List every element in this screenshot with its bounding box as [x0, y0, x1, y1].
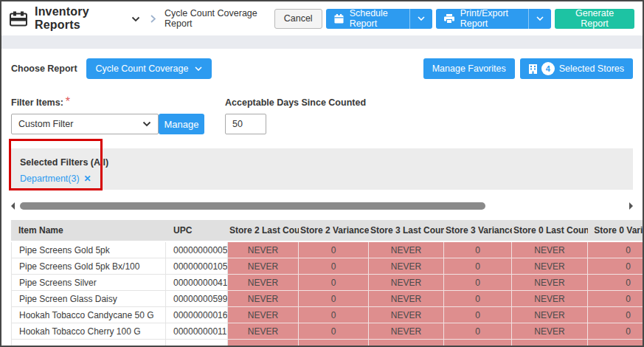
- upc-cell: 000000000051: [166, 242, 228, 258]
- upc-cell: 000000005999: [166, 291, 228, 307]
- store-value-cell: NEVER: [512, 307, 588, 323]
- store-value-cell: [228, 340, 299, 346]
- coverage-report-table: Item NameUPCStore 2 Last CountStore 2 Va…: [11, 220, 644, 346]
- filter-chip-label: Department(3): [20, 174, 80, 184]
- table-row: Pipe Screens Silver000000000415NEVER0NEV…: [11, 275, 644, 291]
- filter-select[interactable]: Custom Filter: [11, 114, 159, 134]
- topbar-actions: Cancel Schedule Report: [274, 9, 634, 29]
- calendar-icon: [334, 14, 344, 24]
- top-navbar: Inventory Reports Cycle Count Coverage R…: [1, 1, 643, 35]
- store-value-cell: 0: [444, 307, 512, 323]
- table-row: Pipe Screens Gold 5pk Bx/100000000001051…: [11, 258, 644, 275]
- store-value-cell: 0: [299, 323, 369, 340]
- report-type-dropdown[interactable]: Cycle Count Coverage: [86, 58, 212, 79]
- store-value-cell: 0: [444, 323, 512, 340]
- selected-stores-button[interactable]: 4 Selected Stores: [520, 58, 633, 79]
- manage-favorites-button[interactable]: Manage Favorites: [423, 58, 515, 79]
- filter-select-value: Custom Filter: [18, 119, 73, 129]
- chevron-right-icon: [150, 15, 156, 23]
- store-value-cell: NEVER: [228, 307, 299, 323]
- item-name-cell: Hookah Tobacco Cherry 100 G: [11, 323, 166, 340]
- table-row: Pipe Screens Gold 5pk000000000051NEVER0N…: [11, 242, 644, 258]
- scrollbar-thumb[interactable]: [20, 202, 485, 210]
- close-icon[interactable]: ✕: [84, 174, 91, 184]
- store-value-cell: 0: [588, 242, 644, 258]
- store-value-cell: 0: [444, 275, 512, 291]
- item-name-cell: Pipe Screens Gold 5pk: [11, 242, 166, 258]
- store-value-cell: [444, 340, 512, 346]
- store-value-cell: NEVER: [369, 291, 444, 307]
- store-value-cell: [588, 340, 644, 346]
- filter-items-label: Filter Items:: [11, 97, 63, 108]
- store-value-cell: NEVER: [369, 275, 444, 291]
- upc-cell: 000000000116: [166, 323, 228, 340]
- printer-icon: [444, 14, 454, 24]
- store-value-cell: NEVER: [228, 275, 299, 291]
- schedule-report-dropdown[interactable]: [409, 9, 432, 29]
- page-title: Inventory Reports: [35, 5, 125, 32]
- item-name-cell: Pipe Screen Glass Daisy: [11, 291, 166, 307]
- store-value-cell: 0: [588, 307, 644, 323]
- upc-cell: 000000001051: [166, 258, 228, 275]
- store-value-cell: NEVER: [512, 275, 588, 291]
- scroll-right-button[interactable]: [629, 202, 633, 210]
- store-value-cell: NEVER: [512, 323, 588, 340]
- chevron-down-icon: [195, 66, 202, 71]
- store-value-cell: 0: [588, 258, 644, 275]
- manage-filter-button[interactable]: Manage: [159, 114, 204, 134]
- required-marker: *: [66, 95, 70, 108]
- item-name-cell: [11, 340, 166, 346]
- store-value-cell: 0: [444, 242, 512, 258]
- table-row: Hookah Tobacco Candycane 50 G00000000016…: [11, 307, 644, 323]
- scrollbar-track[interactable]: [20, 201, 624, 211]
- schedule-report-label: Schedule Report: [350, 8, 409, 29]
- selected-filters-title: Selected Filters (All): [20, 157, 624, 168]
- store-value-cell: 0: [588, 323, 644, 340]
- column-header: Store 0 Last Count: [512, 220, 588, 242]
- store-value-cell: 0: [299, 258, 369, 275]
- report-bar: Choose Report Cycle Count Coverage Manag…: [11, 58, 633, 79]
- filter-chip-department[interactable]: Department(3) ✕: [20, 174, 91, 184]
- table-row: Hookah Tobacco Cherry 100 G000000000116N…: [11, 323, 644, 340]
- report-type-value: Cycle Count Coverage: [96, 63, 189, 74]
- app-window: Inventory Reports Cycle Count Coverage R…: [0, 0, 644, 347]
- column-header: Store 2 Variance: [299, 220, 369, 242]
- table-row-partial: [11, 340, 644, 346]
- background-strip: [1, 35, 643, 49]
- store-value-cell: 0: [299, 307, 369, 323]
- print-export-button[interactable]: Print/Export Report: [436, 9, 551, 29]
- scroll-left-button[interactable]: [11, 202, 15, 210]
- store-value-cell: [512, 340, 588, 346]
- upc-cell: 000000000162: [166, 307, 228, 323]
- column-header: Store 3 Variance: [444, 220, 512, 242]
- column-header: Item Name: [11, 220, 166, 242]
- horizontal-scrollbar[interactable]: [11, 199, 633, 213]
- choose-report-label: Choose Report: [11, 63, 77, 74]
- store-value-cell: 0: [299, 291, 369, 307]
- store-value-cell: NEVER: [369, 242, 444, 258]
- item-name-cell: Pipe Screens Gold 5pk Bx/100: [11, 258, 166, 275]
- selected-stores-count-badge: 4: [541, 62, 555, 75]
- chevron-down-icon: [536, 16, 544, 21]
- acceptable-days-label: Acceptable Days Since Counted: [225, 97, 366, 108]
- print-export-dropdown[interactable]: [528, 9, 551, 29]
- store-value-cell: NEVER: [369, 258, 444, 275]
- store-value-cell: 0: [588, 291, 644, 307]
- schedule-report-button[interactable]: Schedule Report: [326, 9, 432, 29]
- cancel-button[interactable]: Cancel: [274, 9, 322, 29]
- store-value-cell: [299, 340, 369, 346]
- store-value-cell: 0: [299, 275, 369, 291]
- table-header-row: Item NameUPCStore 2 Last CountStore 2 Va…: [11, 220, 644, 242]
- acceptable-days-input[interactable]: [225, 114, 266, 134]
- breadcrumb: Cycle Count Coverage Report: [165, 8, 274, 29]
- store-value-cell: 0: [444, 258, 512, 275]
- inventory-reports-menu[interactable]: Inventory Reports: [35, 5, 140, 32]
- inventory-reports-icon: [10, 11, 27, 27]
- store-value-cell: 0: [588, 275, 644, 291]
- generate-report-button[interactable]: Generate Report: [555, 9, 634, 29]
- item-name-cell: Hookah Tobacco Candycane 50 G: [11, 307, 166, 323]
- upc-cell: 000000000415: [166, 275, 228, 291]
- item-name-cell: Pipe Screens Silver: [11, 275, 166, 291]
- column-header: Store 3 Last Count: [369, 220, 444, 242]
- building-icon: [529, 64, 537, 74]
